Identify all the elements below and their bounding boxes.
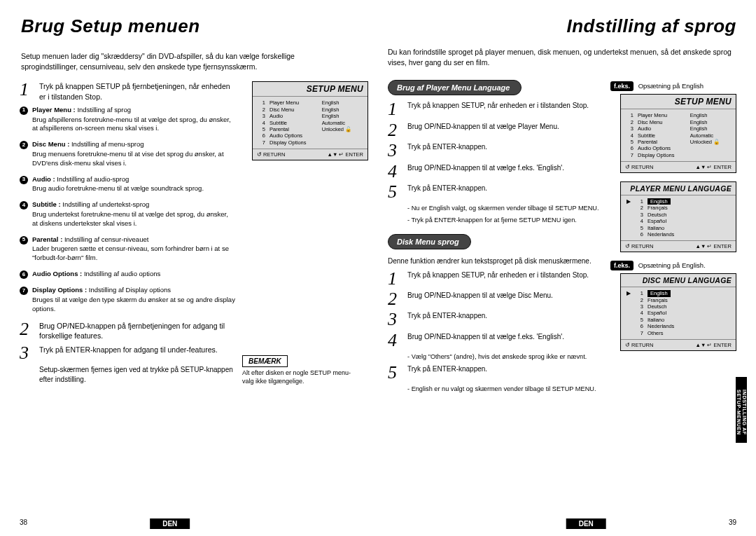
disc-menu-language-card: DISC MENU LANGUAGE▶ 1English 2Français 3… — [620, 273, 736, 351]
remark-label: BEMÆRK — [242, 355, 288, 367]
page-number: 38 — [20, 518, 27, 526]
page-title-right: Indstilling af sprog — [388, 15, 736, 37]
section-pill: Disk Menu sprog — [388, 234, 471, 249]
lang-tag: DEN — [566, 518, 606, 529]
intro-right: Du kan forindstille sproget på player me… — [388, 47, 736, 67]
feature-list: 1 Player Menu : Indstilling af sprog Bru… — [20, 106, 235, 314]
setup-menu-card: SETUP MENU1Player MenuEnglish2Disc MenuE… — [252, 81, 368, 160]
lang-tag: DEN — [150, 518, 190, 529]
step-num: 1 — [20, 81, 39, 101]
step-text: Tryk på knappen SETUP på fjernbetjeninge… — [39, 81, 235, 101]
page-number: 39 — [729, 518, 736, 526]
page-title-left: Brug Setup menuen — [21, 15, 368, 37]
setup-menu-card: SETUP MENU1Player MenuEnglish2Disc MenuE… — [620, 94, 736, 173]
section-pill: Brug af Player Menu Language — [388, 80, 522, 95]
player-menu-language-card: PLAYER MENU LANGUAGE▶ 1English 2Français… — [620, 181, 736, 252]
intro-left: Setup menuen lader dig "skræddersy" din … — [21, 51, 343, 71]
feks-badge: f.eks. — [610, 261, 634, 270]
remark-note: Alt efter disken er nogle SETUP menu-val… — [242, 369, 361, 385]
side-tab: INDSTILLING AF SETUP-MENUEN — [736, 377, 747, 443]
feks-badge: f.eks. — [610, 81, 634, 91]
bullet-num: 1 — [20, 106, 28, 115]
